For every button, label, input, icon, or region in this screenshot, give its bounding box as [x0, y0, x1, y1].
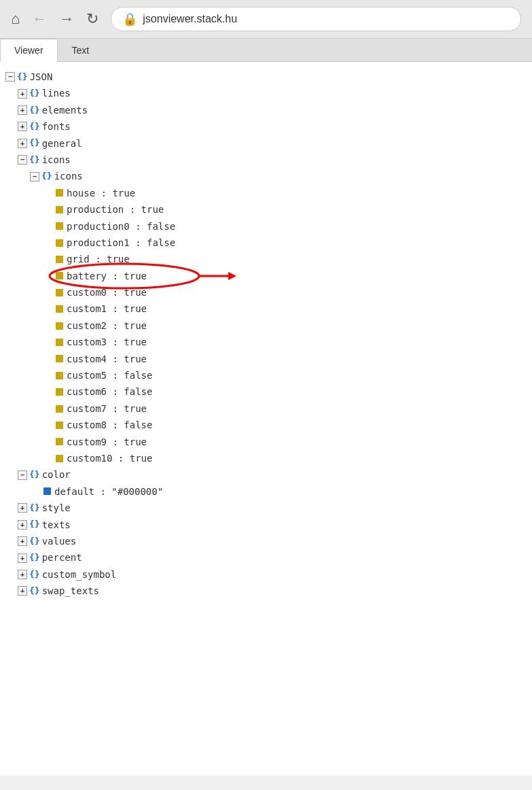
swap-texts-obj-icon: {}: [29, 584, 40, 598]
tree-row-custom5: custom5 : false: [5, 367, 527, 383]
style-obj-icon: {}: [29, 501, 40, 515]
tree-row-custom1: custom1 : true: [5, 300, 527, 317]
custom1-label: custom1 : true: [67, 301, 147, 316]
tree-row-custom2: custom2 : true: [5, 317, 527, 334]
custom8-leaf-icon: [56, 422, 63, 429]
fonts-obj-icon: {}: [29, 120, 40, 134]
tree-row-grid: grid : true: [5, 251, 527, 267]
custom6-label: custom6 : false: [67, 384, 152, 399]
toggle-values[interactable]: +: [18, 536, 27, 546]
tree-row-style: + {} style: [5, 500, 527, 516]
toggle-fonts[interactable]: +: [18, 122, 27, 131]
tree-row-production1: production1 : false: [5, 235, 527, 251]
tab-viewer[interactable]: Viewer: [0, 39, 58, 62]
custom2-leaf-icon: [56, 322, 63, 330]
production0-leaf-icon: [56, 222, 63, 230]
toggle-root[interactable]: −: [5, 72, 15, 82]
texts-label: texts: [42, 517, 71, 532]
viewer-content: − {} JSON + {} lines + {} elements + {} …: [0, 62, 532, 776]
tree-row-texts: + {} texts: [5, 517, 527, 533]
browser-chrome: ⌂ ← → ↻ 🔒 jsonviewer.stack.hu: [0, 0, 532, 39]
tree-row-custom7: custom7 : true: [5, 400, 527, 417]
production-label: production : true: [67, 202, 164, 217]
percent-label: percent: [42, 550, 82, 565]
icons-outer-label: icons: [42, 152, 71, 167]
toggle-icons-inner[interactable]: −: [30, 172, 39, 182]
elements-obj-icon: {}: [29, 103, 40, 118]
default-color-label: default : "#000000": [54, 484, 163, 499]
forward-button[interactable]: →: [59, 10, 74, 28]
tree-row-custom6: custom6 : false: [5, 383, 527, 400]
custom-symbol-label: custom_symbol: [42, 567, 117, 582]
toggle-general[interactable]: +: [18, 139, 27, 148]
tree-row-lines: + {} lines: [5, 85, 527, 101]
address-bar[interactable]: 🔒 jsonviewer.stack.hu: [111, 7, 521, 31]
tree-row-fonts: + {} fonts: [5, 118, 527, 135]
tree-row-swap-texts: + {} swap_texts: [5, 583, 527, 599]
custom3-label: custom3 : true: [67, 334, 147, 349]
tree-row-icons-inner: − {} icons: [5, 168, 527, 184]
general-obj-icon: {}: [29, 136, 40, 150]
toggle-elements[interactable]: +: [18, 105, 27, 115]
toggle-custom-symbol[interactable]: +: [18, 570, 27, 579]
tree-row-custom4: custom4 : true: [5, 351, 527, 367]
custom2-label: custom2 : true: [67, 318, 147, 333]
percent-obj-icon: {}: [29, 551, 40, 565]
tree-row-color: − {} color: [5, 466, 527, 483]
custom5-leaf-icon: [56, 372, 63, 379]
toggle-texts[interactable]: +: [18, 520, 27, 530]
custom4-leaf-icon: [56, 355, 63, 362]
tree-row-custom-symbol: + {} custom_symbol: [5, 566, 527, 583]
texts-obj-icon: {}: [29, 517, 40, 532]
tree-row-house: house : true: [5, 185, 527, 201]
tree-row-values: + {} values: [5, 533, 527, 549]
tree-row-custom9: custom9 : true: [5, 434, 527, 450]
custom4-label: custom4 : true: [67, 351, 147, 366]
url-text: jsonviewer.stack.hu: [143, 13, 237, 25]
tree-root: − {} JSON: [5, 69, 527, 85]
grid-label: grid : true: [67, 252, 130, 267]
custom1-leaf-icon: [56, 305, 63, 313]
tab-text[interactable]: Text: [58, 39, 104, 61]
grid-leaf-icon: [56, 256, 63, 263]
tree-row-general: + {} general: [5, 135, 527, 152]
tree-row-custom0: custom0 : true: [5, 284, 527, 300]
house-leaf-icon: [56, 189, 63, 196]
custom7-label: custom7 : true: [67, 401, 147, 416]
production0-label: production0 : false: [67, 219, 175, 234]
production1-label: production1 : false: [67, 235, 175, 250]
default-color-leaf-icon: [43, 487, 51, 495]
tree-row-default-color: default : "#000000": [5, 483, 527, 500]
tree-row-custom8: custom8 : false: [5, 417, 527, 433]
custom9-leaf-icon: [56, 438, 63, 445]
battery-leaf-icon: [56, 272, 63, 279]
production-leaf-icon: [56, 206, 63, 213]
lock-icon: 🔒: [122, 12, 137, 27]
custom0-label: custom0 : true: [67, 285, 147, 300]
custom10-label: custom10 : true: [67, 451, 152, 466]
home-button[interactable]: ⌂: [11, 10, 20, 28]
house-label: house : true: [67, 186, 135, 201]
general-label: general: [42, 136, 82, 151]
toggle-lines[interactable]: +: [18, 89, 27, 99]
custom0-leaf-icon: [56, 289, 63, 296]
toggle-style[interactable]: +: [18, 503, 27, 513]
elements-label: elements: [42, 103, 88, 118]
toggle-icons-outer[interactable]: −: [18, 155, 27, 165]
back-button[interactable]: ←: [32, 10, 47, 28]
values-obj-icon: {}: [29, 534, 40, 549]
color-obj-icon: {}: [29, 468, 40, 482]
custom6-leaf-icon: [56, 388, 63, 396]
toggle-swap-texts[interactable]: +: [18, 586, 27, 596]
tree-row-custom10: custom10 : true: [5, 450, 527, 466]
custom9-label: custom9 : true: [67, 434, 147, 449]
root-obj-icon: {}: [17, 70, 28, 84]
fonts-label: fonts: [42, 119, 71, 134]
toggle-percent[interactable]: +: [18, 553, 27, 563]
toggle-color[interactable]: −: [18, 470, 27, 480]
custom10-leaf-icon: [56, 455, 63, 462]
tree-row-production0: production0 : false: [5, 218, 527, 235]
root-label: JSON: [30, 69, 53, 84]
refresh-button[interactable]: ↻: [86, 10, 99, 28]
lines-obj-icon: {}: [29, 86, 40, 101]
